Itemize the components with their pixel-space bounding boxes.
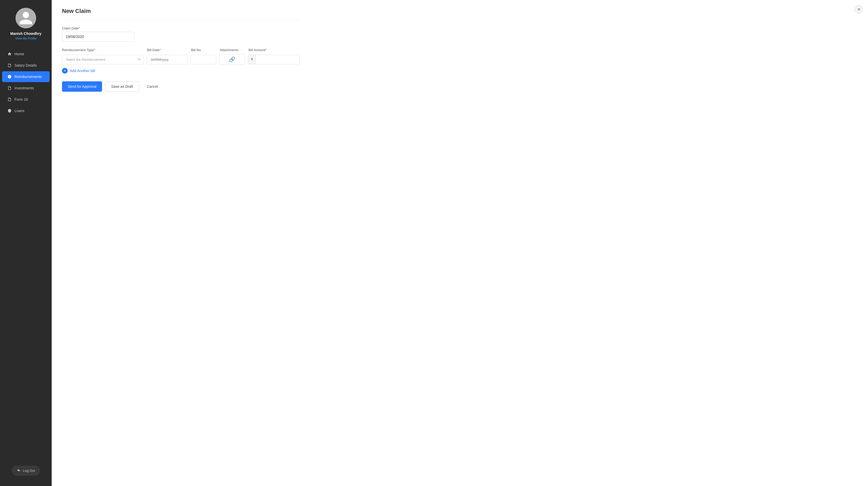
- logout-button[interactable]: Log Out: [11, 465, 40, 476]
- salary-icon: [7, 63, 12, 68]
- claim-date-section: Claim Date*: [62, 26, 300, 41]
- attachment-icon: 🔗: [229, 56, 235, 63]
- required-asterisk: *: [79, 26, 80, 30]
- bill-amount-header: Bill Amount*: [249, 48, 300, 52]
- sidebar-item-investments-label: Investments: [14, 86, 34, 90]
- title-divider: [62, 20, 300, 20]
- claim-date-label: Claim Date*: [62, 26, 300, 30]
- loans-icon: [7, 108, 12, 113]
- bill-table-headers: Reimbursement Type* Bill Date* Bill No A…: [62, 48, 300, 52]
- attachments-header: Attachments: [220, 48, 245, 52]
- bill-no-input[interactable]: [191, 55, 216, 64]
- sidebar-item-loans-label: Loans: [14, 109, 24, 113]
- sidebar-item-loans[interactable]: Loans: [2, 105, 50, 116]
- add-bill-button[interactable]: + Add Another bill: [62, 68, 300, 74]
- logout-icon: [17, 468, 21, 473]
- sidebar-item-reimbursements-label: Reimbursements: [14, 75, 42, 79]
- bill-amount-input[interactable]: [256, 55, 300, 64]
- bill-date-input[interactable]: [147, 55, 188, 64]
- page-title: New Claim: [62, 8, 300, 14]
- sidebar-item-reimbursements[interactable]: Reimbursements: [2, 71, 50, 82]
- add-bill-label: Add Another bill: [70, 69, 95, 73]
- reimbursement-type-header: Reimbursement Type*: [62, 48, 144, 52]
- logout-label: Log Out: [23, 469, 35, 473]
- sidebar-item-salary-details[interactable]: Salary Details: [2, 60, 50, 71]
- nav-menu: Home Salary Details Reimbursements Inves…: [0, 48, 52, 465]
- user-name: Manish Chowdhry: [10, 32, 41, 36]
- bill-amount-wrapper: ₹: [248, 55, 300, 64]
- investments-icon: [7, 86, 12, 90]
- save-as-draft-button[interactable]: Save as Draft: [105, 82, 139, 92]
- bill-row: Select the Reimbursement 🔗 ₹: [62, 54, 300, 65]
- sidebar-item-salary-label: Salary Details: [14, 63, 37, 67]
- sidebar: Manish Chowdhry View My Profile Home Sal…: [0, 0, 52, 486]
- add-bill-icon: +: [62, 68, 68, 74]
- sidebar-item-home-label: Home: [14, 52, 24, 56]
- view-profile-link[interactable]: View My Profile: [15, 37, 36, 40]
- form16-icon: [7, 97, 12, 102]
- reimbursements-icon: [7, 74, 12, 79]
- home-icon: [7, 52, 12, 56]
- close-button[interactable]: ✕: [855, 5, 863, 13]
- avatar: [16, 8, 36, 28]
- bill-no-header: Bill No: [191, 48, 217, 52]
- sidebar-item-form16[interactable]: Form 16: [2, 94, 50, 105]
- send-for-approval-button[interactable]: Send for Approval: [62, 82, 102, 92]
- sidebar-item-form16-label: Form 16: [14, 97, 28, 101]
- main-content-area: ✕ New Claim Claim Date* Reimbursement Ty…: [52, 0, 868, 486]
- cancel-button[interactable]: Cancel: [142, 82, 163, 91]
- sidebar-item-investments[interactable]: Investments: [2, 83, 50, 94]
- bill-date-header: Bill Date*: [147, 48, 188, 52]
- attachment-button[interactable]: 🔗: [219, 54, 245, 65]
- claim-date-input[interactable]: [62, 32, 134, 41]
- reimbursement-type-select[interactable]: Select the Reimbursement: [62, 55, 144, 64]
- currency-symbol: ₹: [248, 55, 256, 64]
- action-buttons: Send for Approval Save as Draft Cancel: [62, 82, 300, 92]
- sidebar-item-home[interactable]: Home: [2, 48, 50, 59]
